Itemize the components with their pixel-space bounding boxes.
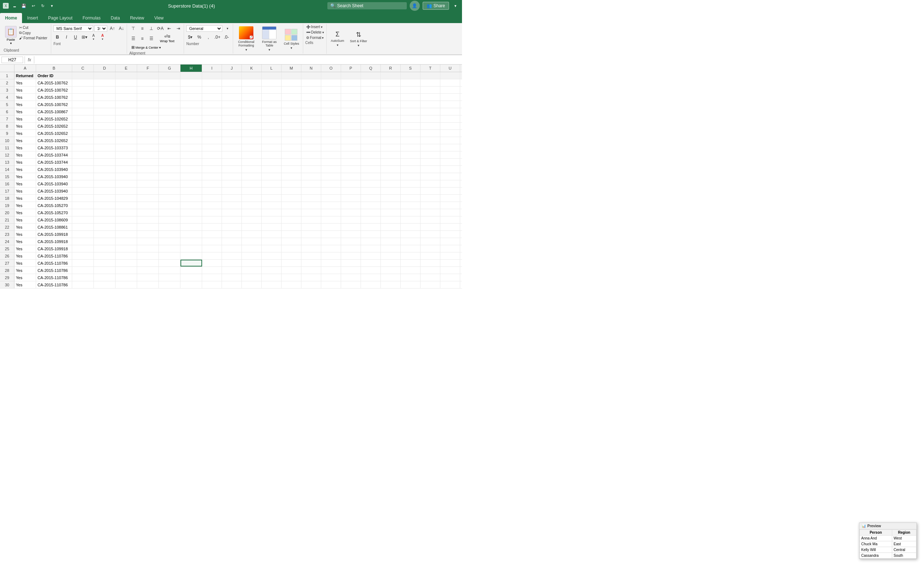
grid-cell[interactable] bbox=[361, 224, 381, 230]
grid-cell[interactable]: CA-2015-102652 bbox=[36, 130, 72, 137]
grid-cell[interactable] bbox=[159, 130, 181, 137]
grid-cell[interactable] bbox=[159, 94, 181, 101]
wrap-text-button[interactable]: ⏎≡ Wrap Text bbox=[156, 33, 178, 44]
grid-cell[interactable] bbox=[460, 94, 462, 101]
grid-cell[interactable] bbox=[301, 137, 321, 144]
tab-data[interactable]: Data bbox=[106, 13, 125, 23]
underline-button[interactable]: U bbox=[71, 33, 79, 41]
increase-font-btn[interactable]: A↑ bbox=[108, 24, 116, 32]
grid-cell[interactable] bbox=[137, 130, 159, 137]
grid-cell[interactable] bbox=[321, 137, 341, 144]
grid-cell[interactable] bbox=[159, 122, 181, 129]
grid-cell[interactable] bbox=[115, 72, 137, 79]
col-header-t[interactable]: T bbox=[420, 64, 440, 72]
row-header-10[interactable]: 10 bbox=[0, 137, 14, 144]
grid-cell[interactable] bbox=[137, 166, 159, 173]
grid-cell[interactable] bbox=[181, 216, 202, 223]
grid-cell[interactable] bbox=[361, 231, 381, 238]
grid-cell[interactable] bbox=[202, 72, 222, 79]
row-header-24[interactable]: 24 bbox=[0, 238, 14, 245]
grid-cell[interactable] bbox=[440, 166, 460, 173]
grid-cell[interactable] bbox=[94, 173, 115, 180]
italic-button[interactable]: I bbox=[63, 33, 70, 41]
grid-cell[interactable] bbox=[115, 130, 137, 137]
grid-cell[interactable] bbox=[381, 245, 401, 252]
grid-cell[interactable] bbox=[222, 101, 242, 108]
grid-cell[interactable] bbox=[72, 180, 94, 187]
grid-cell[interactable]: CA-2015-108861 bbox=[36, 224, 72, 230]
grid-cell[interactable] bbox=[181, 259, 202, 266]
tab-insert[interactable]: Insert bbox=[22, 13, 43, 23]
grid-cell[interactable]: CA-2015-103940 bbox=[36, 180, 72, 187]
grid-cell[interactable]: Yes bbox=[15, 79, 36, 86]
grid-cell[interactable] bbox=[242, 94, 262, 101]
grid-cell[interactable] bbox=[181, 79, 202, 86]
grid-cell[interactable] bbox=[137, 144, 159, 151]
grid-cell[interactable] bbox=[242, 180, 262, 187]
grid-cell[interactable] bbox=[94, 238, 115, 245]
grid-cell[interactable] bbox=[202, 108, 222, 115]
decimal-increase-btn[interactable]: .0+ bbox=[213, 33, 221, 41]
grid-cell[interactable] bbox=[440, 152, 460, 158]
grid-cell[interactable]: Yes bbox=[15, 195, 36, 201]
grid-cell[interactable] bbox=[301, 209, 321, 216]
grid-cell[interactable] bbox=[401, 224, 420, 230]
grid-cell[interactable]: Yes bbox=[15, 202, 36, 209]
grid-cell[interactable] bbox=[222, 209, 242, 216]
grid-cell[interactable] bbox=[159, 159, 181, 166]
grid-cell[interactable] bbox=[281, 159, 301, 166]
fmt-table-dropdown[interactable]: ▾ bbox=[268, 48, 270, 52]
grid-cell[interactable] bbox=[181, 267, 202, 274]
grid-cell[interactable] bbox=[242, 79, 262, 86]
grid-cell[interactable] bbox=[420, 115, 440, 122]
grid-cell[interactable]: Returned bbox=[15, 72, 36, 79]
grid-cell[interactable] bbox=[420, 87, 440, 93]
grid-cell[interactable] bbox=[401, 281, 420, 288]
grid-cell[interactable] bbox=[262, 87, 281, 93]
format-as-table-button[interactable]: Format as Table ▾ bbox=[258, 25, 280, 53]
grid-cell[interactable] bbox=[281, 187, 301, 194]
grid-cell[interactable]: CA-2015-100867 bbox=[36, 108, 72, 115]
grid-cell[interactable] bbox=[420, 267, 440, 274]
grid-cell[interactable] bbox=[341, 159, 361, 166]
grid-cell[interactable] bbox=[361, 152, 381, 158]
grid-cell[interactable] bbox=[137, 224, 159, 230]
grid-cell[interactable] bbox=[72, 108, 94, 115]
grid-cell[interactable]: Yes bbox=[15, 253, 36, 259]
grid-cell[interactable] bbox=[115, 267, 137, 274]
grid-cell[interactable]: Yes bbox=[15, 159, 36, 166]
grid-cell[interactable] bbox=[94, 202, 115, 209]
grid-cell[interactable] bbox=[361, 267, 381, 274]
grid-cell[interactable] bbox=[159, 101, 181, 108]
col-header-f[interactable]: F bbox=[137, 64, 159, 72]
grid-cell[interactable] bbox=[72, 216, 94, 223]
grid-cell[interactable] bbox=[420, 238, 440, 245]
grid-cell[interactable] bbox=[242, 209, 262, 216]
grid-cell[interactable] bbox=[301, 274, 321, 281]
grid-cell[interactable] bbox=[341, 144, 361, 151]
paste-dropdown[interactable]: ▾ bbox=[10, 42, 12, 45]
grid-cell[interactable] bbox=[202, 245, 222, 252]
grid-cell[interactable] bbox=[381, 216, 401, 223]
grid-cell[interactable] bbox=[381, 137, 401, 144]
grid-cell[interactable] bbox=[321, 209, 341, 216]
grid-cell[interactable] bbox=[202, 281, 222, 288]
grid-cell[interactable] bbox=[262, 79, 281, 86]
grid-cell[interactable] bbox=[115, 245, 137, 252]
grid-cell[interactable] bbox=[420, 108, 440, 115]
grid-cell[interactable] bbox=[72, 245, 94, 252]
grid-cell[interactable] bbox=[137, 253, 159, 259]
grid-cell[interactable] bbox=[222, 187, 242, 194]
grid-cell[interactable] bbox=[341, 245, 361, 252]
grid-cell[interactable]: Yes bbox=[15, 187, 36, 194]
grid-cell[interactable] bbox=[420, 281, 440, 288]
grid-cell[interactable] bbox=[341, 79, 361, 86]
grid-cell[interactable]: CA-2015-110786 bbox=[36, 259, 72, 266]
tab-review[interactable]: Review bbox=[125, 13, 149, 23]
grid-cell[interactable] bbox=[242, 245, 262, 252]
grid-cell[interactable] bbox=[115, 238, 137, 245]
cond-fmt-dropdown[interactable]: ▾ bbox=[246, 48, 247, 52]
grid-cell[interactable] bbox=[440, 231, 460, 238]
grid-cell[interactable] bbox=[222, 115, 242, 122]
grid-cell[interactable]: CA-2015-108609 bbox=[36, 216, 72, 223]
